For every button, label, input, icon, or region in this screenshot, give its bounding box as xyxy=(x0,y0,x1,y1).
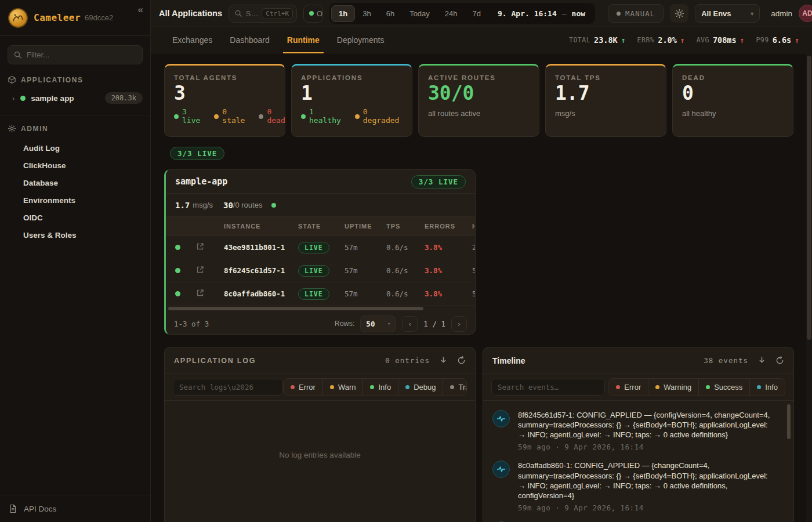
time-range-7d[interactable]: 7d xyxy=(465,5,488,22)
tab-runtime[interactable]: Runtime xyxy=(278,27,328,53)
instance-status-dot xyxy=(175,268,180,273)
info-dot xyxy=(757,385,761,389)
log-level-filter-group: Error Warn Info Debug Trace xyxy=(283,378,467,396)
tab-deployments[interactable]: Deployments xyxy=(328,27,393,53)
expand-chevron-icon[interactable]: › xyxy=(12,94,14,103)
stat-card-subtitle: all healthy xyxy=(682,109,784,118)
sidebar-item-sample-app[interactable]: › sample app 208.3k xyxy=(0,88,150,108)
app-tps-unit: msg/s xyxy=(193,201,213,209)
filter-chip-trace[interactable]: Trace xyxy=(443,379,467,396)
pulse-icon xyxy=(492,410,510,427)
horizontal-scrollbar-thumb[interactable] xyxy=(168,307,423,310)
status-dot-green xyxy=(20,96,26,101)
download-icon[interactable] xyxy=(757,356,766,365)
table-row[interactable]: 8f6245c61d57-1 LIVE 57m 0.6/s 3.8% 5 xyxy=(166,259,476,282)
table-row[interactable]: 43ee9811b801-1 LIVE 57m 0.6/s 3.8% 2 xyxy=(166,236,476,259)
filter-chip-info[interactable]: Info xyxy=(749,379,785,396)
sidebar-filter xyxy=(8,45,143,64)
tps-value: 0.6/s xyxy=(376,266,415,275)
application-log-panel: APPLICATION LOG 0 entries Error Warn Inf… xyxy=(164,347,476,522)
external-link-icon[interactable] xyxy=(196,242,204,251)
debug-dot xyxy=(405,385,409,389)
refresh-icon[interactable] xyxy=(457,356,466,365)
time-range-today[interactable]: Today xyxy=(402,5,437,22)
filter-input[interactable] xyxy=(8,45,143,64)
log-search-input[interactable] xyxy=(173,379,283,396)
environment-select[interactable]: All Envs ▾ xyxy=(695,4,760,23)
stale-dot xyxy=(214,114,219,119)
timeline-scrollbar-thumb[interactable] xyxy=(787,404,791,439)
avatar[interactable]: AD xyxy=(799,5,812,22)
page-title: All Applications xyxy=(159,9,222,18)
date-range-display[interactable]: 9. Apr. 16:14 – now xyxy=(488,9,593,18)
metric-p99: P99 6.6s ↑ xyxy=(756,35,799,45)
rows-per-page-select[interactable]: 50 ▾ xyxy=(360,316,396,332)
stat-card-value: 1.7 xyxy=(555,83,657,104)
filter-chip-error[interactable]: Error xyxy=(609,379,648,396)
page-scrollbar-thumb[interactable] xyxy=(807,56,811,340)
filter-chip-error[interactable]: Error xyxy=(284,379,322,396)
stat-card-applications: APPLICATIONS 1 1healthy 0degraded 0criti… xyxy=(291,64,412,137)
manual-mode-dot xyxy=(617,12,621,16)
sidebar-item-users-roles[interactable]: Users & Roles xyxy=(0,226,150,244)
next-page-button[interactable]: › xyxy=(451,316,467,332)
app-card-title: sample-app xyxy=(175,176,227,187)
time-range-6h[interactable]: 6h xyxy=(379,5,402,22)
warn-dot xyxy=(330,385,334,389)
admin-section-header: ADMIN xyxy=(0,115,150,137)
live-dot xyxy=(174,114,179,119)
app-logo xyxy=(8,8,28,28)
errors-value: 3.8% xyxy=(415,289,459,298)
live-summary-badge: 3/3 LIVE xyxy=(170,147,224,160)
filter-chip-info[interactable]: Info xyxy=(362,379,398,396)
prev-page-button[interactable]: ‹ xyxy=(402,316,418,332)
timeline-search-input[interactable] xyxy=(491,379,605,396)
timeline-event[interactable]: 8c0affadb860-1: CONFIG_APPLIED — {change… xyxy=(492,461,785,512)
sidebar-collapse-icon[interactable]: « xyxy=(138,5,143,14)
col-header-state: STATE xyxy=(288,223,334,230)
page-scrollbar[interactable] xyxy=(806,53,812,522)
trend-up-icon: ↑ xyxy=(795,36,799,45)
refresh-icon[interactable] xyxy=(775,356,784,365)
metric-value: 2.0% xyxy=(658,35,677,45)
sidebar-item-environments[interactable]: Environments xyxy=(0,191,150,209)
info-dot xyxy=(370,385,374,389)
sidebar-item-audit-log[interactable]: Audit Log xyxy=(0,139,150,157)
time-range-1h[interactable]: 1h xyxy=(331,5,355,22)
errors-value: 3.8% xyxy=(415,243,459,252)
filter-chip-warning[interactable]: Warning xyxy=(648,379,698,396)
time-range-3h[interactable]: 3h xyxy=(355,5,378,22)
app-item-count-badge: 208.3k xyxy=(105,92,143,104)
filter-chip-debug[interactable]: Debug xyxy=(398,379,443,396)
online-indicator-label: O xyxy=(317,9,322,18)
external-link-icon[interactable] xyxy=(196,266,204,274)
refresh-mode-button[interactable]: MANUAL xyxy=(608,4,664,23)
rows-per-page-label: Rows: xyxy=(335,320,355,328)
uptime-value: 57m xyxy=(334,289,376,298)
timeline-events-count: 38 events xyxy=(704,356,748,365)
chevron-down-icon: ▾ xyxy=(751,10,753,17)
sidebar-item-database[interactable]: Database xyxy=(0,174,150,191)
tab-exchanges[interactable]: Exchanges xyxy=(164,27,221,53)
global-search[interactable]: S… Ctrl+K xyxy=(229,5,297,23)
timeline-event[interactable]: 8f6245c61d57-1: CONFIG_APPLIED — {config… xyxy=(492,410,785,451)
sidebar-item-clickhouse[interactable]: ClickHouse xyxy=(0,157,150,174)
api-docs-link[interactable]: API Docs xyxy=(0,495,150,522)
download-icon[interactable] xyxy=(439,356,448,365)
search-icon xyxy=(13,50,22,59)
sidebar-item-oidc[interactable]: OIDC xyxy=(0,209,150,226)
filter-chip-success[interactable]: Success xyxy=(698,379,749,396)
stat-card-total-tps: TOTAL TPS 1.7 msg/s xyxy=(545,64,666,137)
time-range-24h[interactable]: 24h xyxy=(437,5,465,22)
search-icon xyxy=(234,9,242,17)
tab-dashboard[interactable]: Dashboard xyxy=(221,27,278,53)
stat-card-label: APPLICATIONS xyxy=(301,74,403,81)
metric-label: AVG xyxy=(697,36,709,44)
event-type-filter-group: Error Warning Success Info xyxy=(608,378,785,396)
external-link-icon[interactable] xyxy=(196,289,204,297)
online-indicator[interactable]: O xyxy=(303,5,323,23)
theme-toggle-button[interactable] xyxy=(670,4,688,23)
h-value: 2 xyxy=(459,243,476,252)
filter-chip-warn[interactable]: Warn xyxy=(322,379,363,396)
table-row[interactable]: 8c0affadb860-1 LIVE 57m 0.6/s 3.8% 5 xyxy=(166,282,476,306)
